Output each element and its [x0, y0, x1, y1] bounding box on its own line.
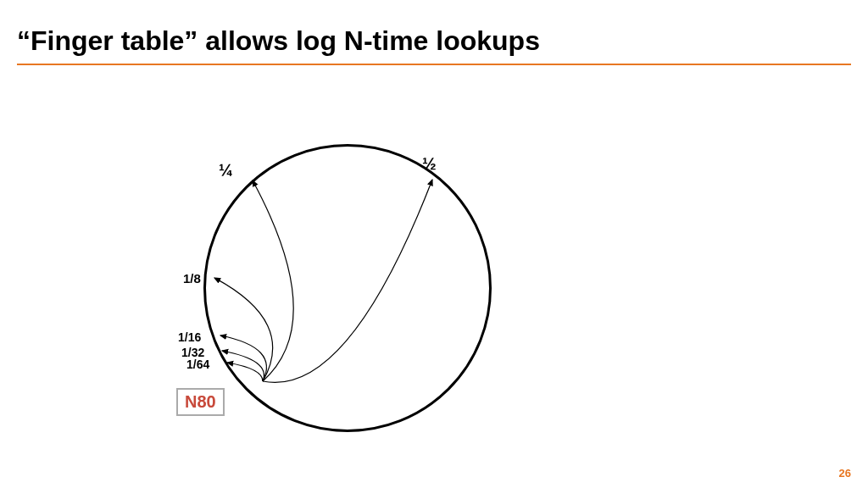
fraction-label-quarter: ¼ — [219, 161, 233, 180]
slide-title: “Finger table” allows log N-time lookups — [0, 0, 868, 64]
origin-node-label: N80 — [185, 392, 216, 411]
origin-node: N80 — [176, 388, 225, 416]
finger-table-diagram: ½ ¼ 1/8 1/16 1/32 1/64 N80 — [153, 127, 509, 466]
fraction-label-eighth: 1/8 — [183, 271, 201, 286]
fraction-label-sixteenth: 1/16 — [178, 330, 201, 344]
title-underline — [17, 64, 851, 65]
page-number: 26 — [839, 467, 851, 480]
fraction-label-half: ½ — [422, 154, 437, 174]
fraction-label-sixtyfour: 1/64 — [186, 358, 209, 371]
